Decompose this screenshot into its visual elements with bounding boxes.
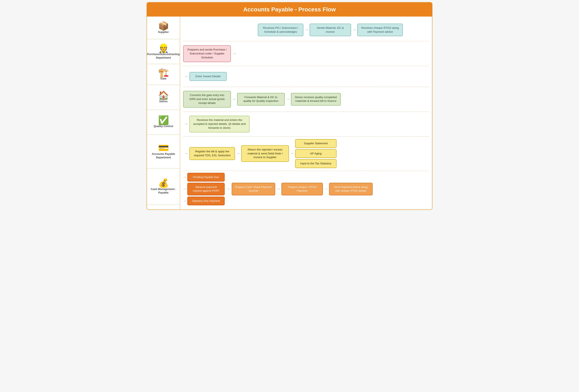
purchase-label: Purchase/Subcontracting Department: [147, 53, 180, 59]
stores-icon: 🏠: [158, 91, 169, 100]
quality-label: Quality Control: [154, 125, 173, 128]
sidebar-stores: 🏠 Stores: [147, 85, 180, 110]
sidebar-cash: 💰 Cash Management - Payable: [147, 169, 180, 205]
cash-inputs: → Pending Payable Due → Advance payment …: [183, 173, 225, 205]
arrow-cash-1: →: [183, 175, 187, 179]
sidebar-gate: 🏗️ Gate: [147, 64, 180, 85]
arrow-purchase-supplier: →: [232, 52, 236, 56]
ap-outputs: Supplier Statement AP Aging Input to the…: [295, 139, 337, 168]
stores-receives-box: Stores receives quality completed materi…: [291, 93, 341, 106]
arrow-q-in: →: [184, 122, 188, 126]
arrow-ap2: →: [290, 151, 294, 156]
send-payment-box: Send Payment advice along with cheque RT…: [329, 183, 373, 195]
sidebar-quality: ✅ Quality Control: [147, 110, 180, 135]
purchase-flow-row: Prepares and sends Purchase / Subcontrac…: [183, 41, 429, 66]
purchase-icon: 👷: [158, 44, 169, 53]
flow-area: Receives PO / Subcontract / Schedule & a…: [180, 17, 432, 210]
arrow-2: →: [352, 28, 356, 32]
prepares-sends-box: Prepares and sends Purchase / Subcontrac…: [183, 45, 231, 62]
receives-material-box: Receives the material and enters the acc…: [189, 116, 249, 132]
statutory-due-box: Statutory Due Payment: [187, 197, 225, 205]
prepare-cheque-box: Prepare cheque / RTGS Payment: [282, 183, 323, 195]
arrow-ap1: →: [236, 151, 240, 156]
register-bill-box: Register the bill & apply the required T…: [189, 147, 235, 160]
sidebar-supplier: 📦 Supplier: [147, 17, 180, 39]
page-title: Accounts Payable - Process Flow: [147, 2, 432, 17]
quality-flow-row: → Receives the material and enters the a…: [183, 112, 429, 137]
purchase-flow: Prepares and sends Purchase / Subcontrac…: [183, 45, 429, 62]
stores-label: Stores: [159, 100, 167, 103]
arrow-s1: →: [232, 97, 236, 101]
content-area: 📦 Supplier 👷 Purchase/Subcontracting Dep…: [147, 17, 432, 210]
forwards-material-box: Forwards Material & DC to quality for Qu…: [237, 93, 285, 106]
sidebar: 📦 Supplier 👷 Purchase/Subcontracting Dep…: [147, 17, 180, 210]
supplier-statement-box: Supplier Statement: [295, 139, 337, 148]
input-tax-box: Input to the Tax Statutory: [295, 159, 337, 168]
ap-flow-row: → Register the bill & apply the required…: [183, 137, 429, 171]
arrow-s2: →: [286, 97, 290, 101]
arrow-gate-in: →: [184, 74, 188, 79]
cash-icon: 💰: [158, 179, 169, 187]
arrow-cash-c1: →: [277, 187, 280, 191]
gate-icon: 🏗️: [158, 68, 169, 77]
arrow-cash-main: →: [226, 187, 230, 191]
stores-flow: Converts the gate entry into GRN and ent…: [183, 91, 429, 108]
supplier-label: Supplier: [158, 30, 169, 34]
cash-flow-row: → Pending Payable Due → Advance payment …: [183, 171, 429, 207]
ap-label: Accounts Payable Department: [148, 152, 179, 159]
sidebar-ap: 💳 Accounts Payable Department: [147, 135, 180, 169]
arrow-1: →: [305, 28, 308, 32]
pending-payable-box: Pending Payable Due: [187, 173, 225, 181]
prepare-cash-box: Prepare Cash / Bank Payment Voucher: [232, 183, 275, 195]
cash-flow: → Pending Payable Due → Advance payment …: [183, 173, 429, 205]
ap-aging-box: AP Aging: [295, 149, 337, 158]
ap-flow: → Register the bill & apply the required…: [183, 139, 429, 168]
quality-flow: → Receives the material and enters the a…: [183, 116, 429, 132]
return-rejected-box: Return the rejected / excess material & …: [241, 145, 289, 162]
arrow-cash-c2: →: [324, 187, 328, 191]
sidebar-purchase: 👷 Purchase/Subcontracting Department: [147, 39, 180, 64]
supplier-icon: 📦: [158, 22, 169, 30]
arrow-cash-3: →: [183, 199, 187, 203]
receives-po-box: Receives PO / Subcontract / Schedule & a…: [258, 24, 303, 36]
converts-grn-box: Converts the gate entry into GRN and ent…: [183, 91, 231, 108]
cash-label: Cash Management - Payable: [148, 187, 179, 195]
arrow-ap-in: →: [184, 151, 188, 156]
main-container: Accounts Payable - Process Flow 📦 Suppli…: [146, 2, 433, 210]
quality-icon: ✅: [158, 116, 169, 125]
enter-inward-box: Enter Inward Details: [189, 72, 227, 81]
advance-payment-box: Advance payment request against PO/PI: [187, 183, 225, 195]
sends-material-box: Sends Material, DC & Invoice: [310, 24, 351, 36]
gate-label: Gate: [160, 77, 166, 80]
stores-flow-row: Converts the gate entry into GRN and ent…: [183, 87, 429, 112]
gate-flow: → Enter Inward Details: [183, 72, 429, 81]
receives-cheque-box: Receives cheque RTGS along with Payment …: [357, 24, 403, 36]
supplier-flow: Receives PO / Subcontract / Schedule & a…: [183, 24, 429, 36]
supplier-flow-row: Receives PO / Subcontract / Schedule & a…: [183, 19, 429, 41]
ap-icon: 💳: [158, 144, 169, 152]
arrow-cash-2: →: [183, 187, 187, 191]
gate-flow-row: → Enter Inward Details: [183, 66, 429, 87]
